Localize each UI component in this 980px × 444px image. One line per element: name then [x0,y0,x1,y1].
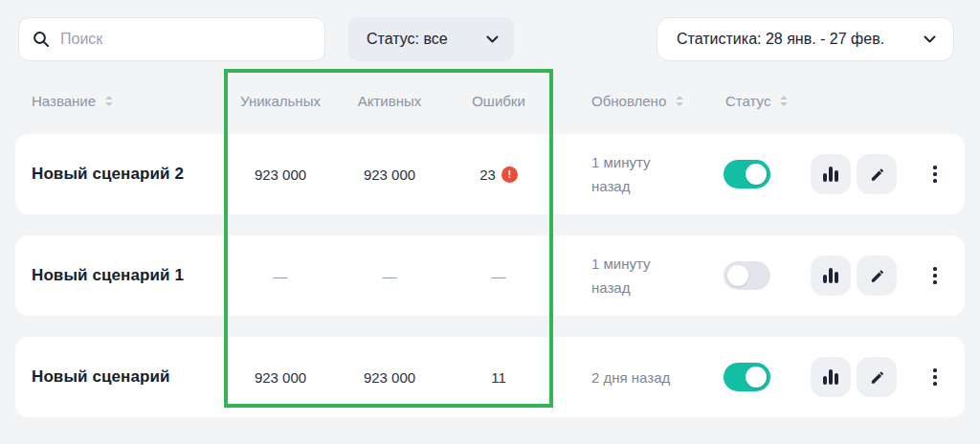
bar-chart-icon [823,268,838,283]
status-filter-dropdown[interactable]: Статус: все [348,17,514,61]
column-header-status[interactable]: Статус [689,93,804,109]
updated-at: 1 минуту назад [553,150,689,198]
scenario-name[interactable]: Новый сценарий 1 [15,266,226,285]
status-toggle[interactable] [724,363,770,391]
column-label: Активных [358,93,422,109]
column-label: Уникальных [240,93,321,109]
statistics-range-dropdown[interactable]: Статистика: 28 янв. - 27 фев. [657,17,954,61]
table-row: Новый сценарий 923 000 923 000 11 ! 2 дн… [15,337,965,417]
status-toggle[interactable] [724,160,770,189]
kebab-menu-icon [933,166,937,169]
statistics-range-label: Статистика: 28 янв. - 27 фев. [677,31,884,48]
sort-icon[interactable] [105,96,113,106]
sort-icon[interactable] [780,96,788,106]
column-header-errors: Ошибки [444,93,553,109]
table-header: Название Уникальных Активных Ошибки Обно… [15,69,965,132]
unique-count: 923 000 [226,369,335,386]
more-options-button[interactable] [924,154,947,194]
search-input[interactable] [60,31,311,48]
chevron-down-icon [924,35,936,43]
status-toggle[interactable] [724,261,770,290]
column-label: Название [32,93,96,109]
pencil-icon [869,166,885,183]
column-label: Обновлено [591,93,666,109]
more-options-button[interactable] [924,255,947,296]
edit-button[interactable] [857,255,897,296]
kebab-menu-icon [933,267,937,271]
table-row: Новый сценарий 2 923 000 923 000 23 ! 1 … [15,134,965,214]
search-box[interactable] [18,17,325,61]
updated-at: 1 минуту назад [553,252,689,300]
scenarios-page: Статус: все Статистика: 28 янв. - 27 фев… [0,0,980,444]
updated-at: 2 дня назад [553,366,689,389]
active-count: 923 000 [335,369,444,386]
scenario-name[interactable]: Новый сценарий [15,367,226,387]
column-header-active: Активных [335,93,444,109]
bar-chart-icon [823,369,838,385]
unique-count: 923 000 [226,166,335,183]
stats-chart-button[interactable] [811,255,851,296]
chevron-down-icon [486,35,499,43]
more-options-button[interactable] [924,357,947,397]
edit-button[interactable] [857,154,897,194]
stats-chart-button[interactable] [811,154,851,194]
error-badge-icon: ! [501,166,518,183]
stats-chart-button[interactable] [811,357,851,397]
pencil-icon [869,268,885,284]
bar-chart-icon [823,166,838,182]
column-label: Ошибки [472,93,525,109]
active-count: — [335,268,444,284]
errors-count: 11 ! [444,369,553,386]
column-header-updated[interactable]: Обновлено [553,93,689,109]
search-icon [33,31,50,48]
scenario-name[interactable]: Новый сценарий 2 [15,165,226,184]
table-row: Новый сценарий 1 — — — ! 1 минуту назад [15,235,965,316]
errors-count: — ! [444,268,553,284]
pencil-icon [869,369,885,386]
unique-count: — [226,268,335,284]
status-filter-label: Статус: все [367,31,448,48]
errors-count: 23 ! [444,166,553,183]
column-label: Статус [725,93,770,109]
column-header-name[interactable]: Название [15,93,226,109]
active-count: 923 000 [335,166,444,183]
kebab-menu-icon [933,368,937,372]
column-header-unique: Уникальных [226,93,335,109]
sort-icon[interactable] [676,96,683,106]
edit-button[interactable] [857,357,897,397]
